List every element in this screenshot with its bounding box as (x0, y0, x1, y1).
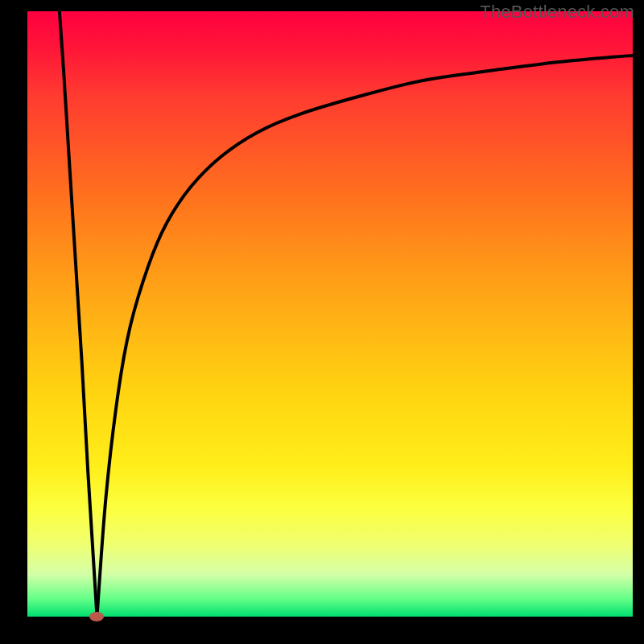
chart-frame: TheBottleneck.com (0, 0, 644, 644)
plot-area (27, 11, 633, 617)
curve-left-branch (60, 11, 97, 617)
minimum-marker (89, 612, 104, 621)
watermark: TheBottleneck.com (480, 2, 634, 23)
curve-right-branch (97, 56, 633, 617)
bottleneck-curve (27, 11, 633, 617)
